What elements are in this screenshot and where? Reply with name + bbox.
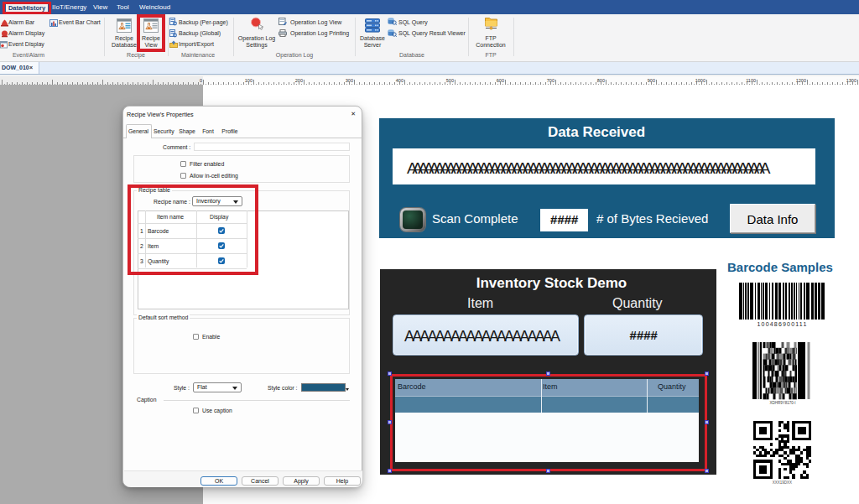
svg-text:700: 700 [547,78,554,83]
svg-text:1100: 1100 [746,78,756,83]
svg-text:400: 400 [396,78,403,83]
svg-text:XXX19DXX: XXX19DXX [773,481,792,485]
svg-text:500: 500 [446,78,454,83]
svg-text:1300: 1300 [846,78,856,83]
svg-text:800: 800 [597,78,605,83]
svg-text:1200: 1200 [796,78,806,83]
svg-text:0: 0 [200,78,202,83]
svg-text:1000: 1000 [695,78,705,83]
svg-text:200: 200 [295,78,303,83]
svg-text:600: 600 [497,78,504,83]
svg-text:300: 300 [346,78,353,83]
svg-text:XDHR9Y8170-I: XDHR9Y8170-I [769,401,795,405]
svg-text:100: 100 [245,78,252,83]
svg-text:100486900111: 100486900111 [757,321,807,327]
svg-text:900: 900 [648,78,655,83]
